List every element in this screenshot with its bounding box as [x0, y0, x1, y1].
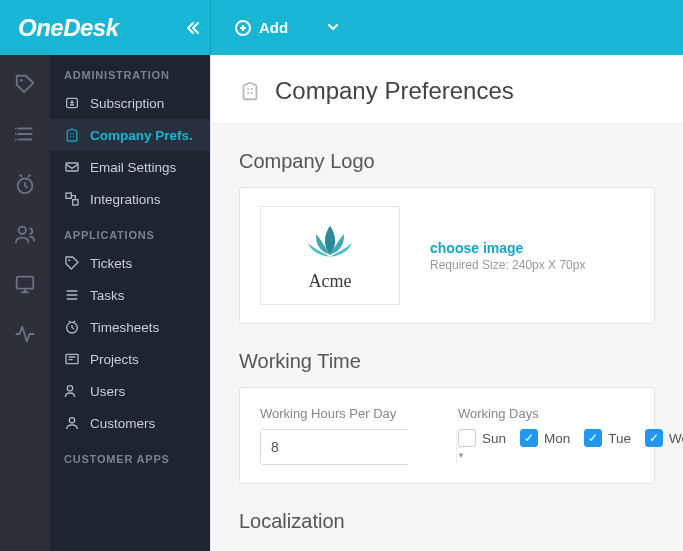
checkbox-checked-icon: ✓ — [520, 429, 538, 447]
svg-point-11 — [68, 259, 70, 261]
working-time-card: Working Hours Per Day ▲ ▼ Working Days — [239, 387, 655, 484]
tasks-icon — [64, 287, 80, 303]
building-icon — [64, 127, 80, 143]
secondary-sidebar: ADMINISTRATION Subscription Company Pref… — [50, 55, 210, 551]
sidebar-item-users[interactable]: Users — [50, 375, 210, 407]
section-heading-administration: ADMINISTRATION — [50, 55, 210, 87]
add-label: Add — [259, 19, 288, 36]
page-header: Company Preferences — [211, 55, 683, 124]
sidebar-item-label: Company Prefs. — [90, 128, 193, 143]
svg-point-1 — [15, 128, 17, 130]
sidebar-item-integrations[interactable]: Integrations — [50, 183, 210, 215]
day-mon[interactable]: ✓Mon — [520, 429, 570, 447]
rail-screen-icon[interactable] — [14, 273, 36, 295]
localization-title: Localization — [239, 510, 655, 533]
sidebar-item-label: Email Settings — [90, 160, 176, 175]
rail-users-icon[interactable] — [14, 223, 36, 245]
svg-point-14 — [67, 386, 72, 391]
page-title: Company Preferences — [275, 77, 514, 105]
section-heading-applications: APPLICATIONS — [50, 215, 210, 247]
sidebar-item-label: Tickets — [90, 256, 132, 271]
svg-point-5 — [19, 227, 26, 234]
clock-icon — [64, 319, 80, 335]
rail-tag-icon[interactable] — [14, 73, 36, 95]
topbar-left: OneDesk — [0, 14, 210, 42]
tag-icon — [64, 255, 80, 271]
plus-circle-icon — [235, 20, 251, 36]
company-logo-preview: Acme — [260, 206, 400, 305]
sidebar-item-label: Integrations — [90, 192, 161, 207]
envelope-icon — [64, 159, 80, 175]
users-icon — [64, 383, 80, 399]
acme-lotus-icon — [295, 219, 365, 267]
building-icon — [239, 80, 261, 102]
working-days-label: Working Days — [458, 406, 683, 421]
rail-clock-icon[interactable] — [14, 173, 36, 195]
checkbox-checked-icon: ✓ — [645, 429, 663, 447]
sidebar-item-tasks[interactable]: Tasks — [50, 279, 210, 311]
integrations-icon — [64, 191, 80, 207]
day-wed[interactable]: ✓Wed — [645, 429, 683, 447]
logo-section-title: Company Logo — [239, 150, 655, 173]
sidebar-item-label: Customers — [90, 416, 155, 431]
hours-per-day-label: Working Hours Per Day — [260, 406, 410, 421]
sidebar-item-label: Timesheets — [90, 320, 159, 335]
customers-icon — [64, 415, 80, 431]
main-content: Company Preferences Company Logo Acme — [210, 55, 683, 551]
sidebar-item-label: Tasks — [90, 288, 125, 303]
sidebar-item-label: Projects — [90, 352, 139, 367]
logo-card: Acme choose image Required Size: 240px X… — [239, 187, 655, 324]
working-time-title: Working Time — [239, 350, 655, 373]
hours-value-field[interactable] — [261, 430, 456, 464]
sidebar-item-label: Subscription — [90, 96, 164, 111]
icon-rail — [0, 55, 50, 551]
svg-point-15 — [69, 418, 74, 423]
company-logo-name: Acme — [309, 271, 352, 292]
sidebar-item-customers[interactable]: Customers — [50, 407, 210, 439]
section-heading-customer-apps: CUSTOMER APPS — [50, 439, 210, 471]
svg-point-3 — [15, 139, 17, 141]
svg-rect-10 — [73, 200, 78, 205]
svg-point-0 — [20, 79, 23, 82]
projects-icon — [64, 351, 80, 367]
sidebar-item-projects[interactable]: Projects — [50, 343, 210, 375]
checkbox-checked-icon: ✓ — [584, 429, 602, 447]
day-tue[interactable]: ✓Tue — [584, 429, 631, 447]
chevron-double-left-icon — [186, 21, 200, 35]
sidebar-item-timesheets[interactable]: Timesheets — [50, 311, 210, 343]
rail-list-icon[interactable] — [14, 123, 36, 145]
chevron-down-icon — [328, 24, 338, 31]
sidebar-item-email-settings[interactable]: Email Settings — [50, 151, 210, 183]
rail-activity-icon[interactable] — [14, 323, 36, 345]
day-sun[interactable]: Sun — [458, 429, 506, 447]
add-button[interactable]: Add — [211, 19, 356, 36]
brand-logo: OneDesk — [18, 14, 119, 42]
hours-per-day-input[interactable]: ▲ ▼ — [260, 429, 410, 465]
sidebar-item-label: Users — [90, 384, 125, 399]
svg-rect-6 — [17, 277, 34, 289]
sidebar-item-company-prefs[interactable]: Company Prefs. — [50, 119, 210, 151]
subscription-icon — [64, 95, 80, 111]
svg-rect-9 — [66, 193, 71, 198]
topbar: OneDesk Add — [0, 0, 683, 55]
required-size-text: Required Size: 240px X 70px — [430, 258, 585, 272]
svg-point-2 — [15, 133, 17, 135]
choose-image-link[interactable]: choose image — [430, 240, 585, 256]
collapse-sidebar-button[interactable] — [186, 21, 200, 35]
sidebar-item-subscription[interactable]: Subscription — [50, 87, 210, 119]
checkbox-icon — [458, 429, 476, 447]
sidebar-item-tickets[interactable]: Tickets — [50, 247, 210, 279]
svg-rect-8 — [66, 163, 78, 171]
